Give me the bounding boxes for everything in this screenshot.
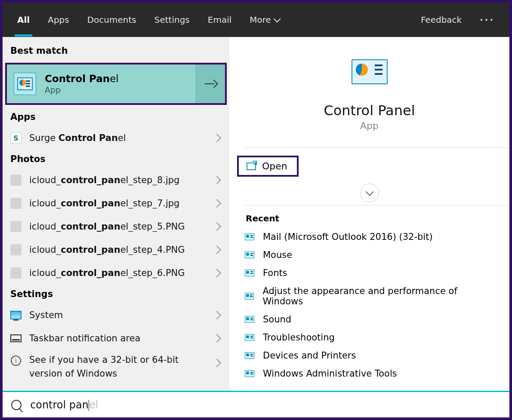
tab-email[interactable]: Email bbox=[205, 4, 234, 36]
image-file-icon bbox=[10, 175, 22, 186]
open-icon bbox=[247, 162, 256, 170]
photo-result[interactable]: icloud_control_panel_step_8.jpg bbox=[3, 169, 229, 192]
arrow-right-icon bbox=[205, 79, 217, 89]
expand-actions-button[interactable] bbox=[360, 184, 379, 202]
surge-icon: S bbox=[10, 132, 22, 144]
setting-result-label: Taskbar notification area bbox=[29, 333, 205, 343]
best-match-subtitle: App bbox=[45, 85, 119, 95]
section-photos: Photos bbox=[3, 150, 229, 169]
tab-documents[interactable]: Documents bbox=[85, 4, 139, 36]
chevron-right-icon bbox=[213, 359, 222, 367]
feedback-link[interactable]: Feedback bbox=[418, 4, 464, 36]
setting-result[interactable]: Taskbar notification area bbox=[3, 327, 229, 350]
chevron-right-icon bbox=[213, 245, 222, 254]
windows-search-panel: All Apps Documents Settings Email More F… bbox=[0, 0, 512, 420]
chevron-right-icon bbox=[213, 269, 222, 277]
recent-item-label: Adjust the appearance and performance of… bbox=[262, 286, 494, 307]
more-options-button[interactable]: ··· bbox=[477, 4, 497, 36]
setting-result-label: System bbox=[29, 310, 205, 320]
photo-result-label: icloud_control_panel_step_4.PNG bbox=[29, 245, 205, 255]
recent-item[interactable]: Adjust the appearance and performance of… bbox=[229, 282, 509, 310]
recent-item-label: Windows Administrative Tools bbox=[263, 368, 397, 379]
recent-item[interactable]: Windows Administrative Tools bbox=[229, 365, 509, 383]
search-icon bbox=[11, 400, 22, 410]
chevron-right-icon bbox=[213, 134, 222, 142]
recent-item-label: Sound bbox=[263, 314, 291, 325]
recent-header: Recent bbox=[229, 205, 509, 228]
control-panel-item-icon bbox=[245, 270, 254, 276]
tab-apps[interactable]: Apps bbox=[45, 4, 72, 36]
photo-result[interactable]: icloud_control_panel_step_4.PNG bbox=[3, 238, 229, 261]
recent-item[interactable]: Troubleshooting bbox=[229, 328, 509, 346]
recent-item-label: Troubleshooting bbox=[263, 332, 335, 343]
photo-result-label: icloud_control_panel_step_6.PNG bbox=[29, 268, 205, 278]
section-apps: Apps bbox=[3, 107, 229, 126]
system-icon bbox=[10, 311, 22, 319]
control-panel-item-icon bbox=[245, 334, 254, 341]
control-panel-icon bbox=[14, 73, 36, 95]
control-panel-item-icon bbox=[245, 352, 254, 359]
tab-more[interactable]: More bbox=[247, 4, 282, 36]
detail-title: Control Panel bbox=[324, 102, 415, 119]
recent-item-label: Devices and Printers bbox=[263, 350, 356, 361]
recent-list: Mail (Microsoft Outlook 2016) (32-bit) M… bbox=[229, 228, 509, 383]
image-file-icon bbox=[10, 198, 22, 209]
photo-result-label: icloud_control_panel_step_7.jpg bbox=[29, 198, 205, 208]
photo-result[interactable]: icloud_control_panel_step_5.PNG bbox=[3, 215, 229, 238]
photo-result[interactable]: icloud_control_panel_step_6.PNG bbox=[3, 261, 229, 285]
recent-item-label: Fonts bbox=[263, 268, 287, 278]
chevron-right-icon bbox=[213, 199, 222, 208]
open-button[interactable]: Open bbox=[237, 156, 299, 177]
photo-result[interactable]: icloud_control_panel_step_7.jpg bbox=[3, 192, 229, 215]
result-detail-pane: Control Panel App Open Recent Mail (Micr… bbox=[229, 37, 509, 391]
best-match-title: Control Panel bbox=[45, 73, 119, 84]
chevron-down-icon bbox=[273, 15, 281, 23]
best-match-expand-button[interactable] bbox=[196, 64, 225, 103]
tab-all[interactable]: All bbox=[15, 4, 32, 36]
image-file-icon bbox=[10, 244, 22, 255]
chevron-right-icon bbox=[213, 176, 222, 184]
photo-result-label: icloud_control_panel_step_5.PNG bbox=[29, 221, 205, 232]
detail-subtitle: App bbox=[360, 120, 379, 131]
info-icon: i bbox=[11, 356, 21, 366]
recent-item[interactable]: Mail (Microsoft Outlook 2016) (32-bit) bbox=[229, 228, 509, 246]
section-settings: Settings bbox=[3, 285, 229, 304]
control-panel-item-icon bbox=[245, 316, 254, 323]
search-bar[interactable]: control panel bbox=[3, 391, 509, 417]
chevron-down-icon bbox=[365, 187, 374, 196]
app-result-label: Surge Control Panel bbox=[29, 133, 205, 143]
search-filter-tabs: All Apps Documents Settings Email More F… bbox=[3, 3, 509, 37]
photo-result-label: icloud_control_panel_step_8.jpg bbox=[29, 175, 205, 185]
chevron-right-icon bbox=[213, 311, 222, 319]
control-panel-item-icon bbox=[245, 251, 254, 258]
recent-item[interactable]: Mouse bbox=[229, 246, 509, 264]
results-list: Best match Control Panel App Apps S Surg… bbox=[3, 37, 229, 391]
tab-settings[interactable]: Settings bbox=[152, 4, 192, 36]
search-input[interactable]: control panel bbox=[30, 399, 501, 411]
recent-item-label: Mouse bbox=[263, 250, 292, 260]
control-panel-item-icon bbox=[245, 293, 254, 300]
control-panel-icon bbox=[352, 59, 388, 84]
chevron-right-icon bbox=[213, 222, 222, 231]
image-file-icon bbox=[10, 267, 22, 279]
taskbar-icon bbox=[10, 334, 22, 342]
chevron-right-icon bbox=[213, 334, 222, 343]
recent-item[interactable]: Sound bbox=[229, 310, 509, 328]
recent-item-label: Mail (Microsoft Outlook 2016) (32-bit) bbox=[263, 232, 433, 242]
control-panel-item-icon bbox=[245, 370, 254, 377]
setting-result[interactable]: System bbox=[3, 304, 229, 327]
recent-item[interactable]: Devices and Printers bbox=[229, 346, 509, 365]
best-match-result[interactable]: Control Panel App bbox=[5, 63, 227, 105]
recent-item[interactable]: Fonts bbox=[229, 264, 509, 282]
setting-result-label: See if you have a 32-bit or 64-bit versi… bbox=[29, 353, 205, 380]
app-result[interactable]: S Surge Control Panel bbox=[3, 126, 229, 150]
image-file-icon bbox=[10, 221, 22, 232]
section-best-match: Best match bbox=[3, 41, 229, 60]
setting-result[interactable]: i See if you have a 32-bit or 64-bit ver… bbox=[3, 350, 229, 384]
open-label: Open bbox=[262, 161, 287, 172]
control-panel-item-icon bbox=[245, 233, 254, 240]
